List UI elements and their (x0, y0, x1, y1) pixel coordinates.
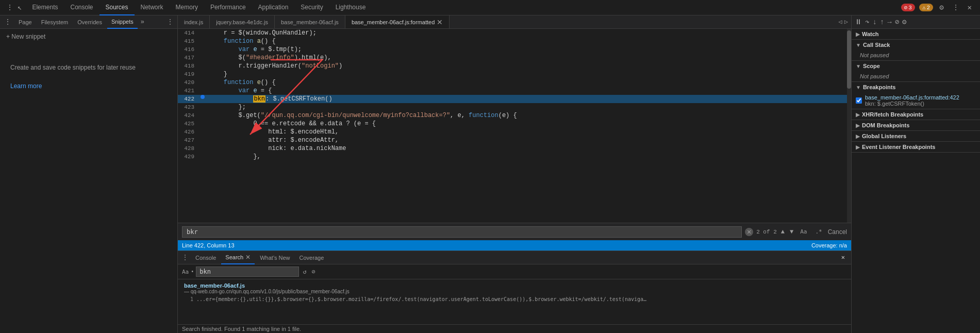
table-row: 418 r.triggerHandler("notLogin") (178, 62, 851, 70)
cursor-position: Line 422, Column 13 (182, 242, 235, 248)
code-editor[interactable]: 414 r = $(window.QunHandler); 415 functi… (178, 29, 851, 223)
sidebar-tabs: ⋮ Page Filesystem Overrides Snippets » ⋮ (0, 15, 177, 29)
tab-security[interactable]: Security (294, 0, 329, 15)
warning-badge[interactable]: ⚠ 2 (919, 4, 933, 11)
search-next-button[interactable]: ▼ (789, 228, 794, 236)
settings-icon[interactable]: ⚙ (937, 2, 945, 13)
bottom-tabs-more-icon[interactable]: ⋮ (180, 254, 190, 261)
event-listener-breakpoints-header[interactable]: ▶ Event Listener Breakpoints (852, 142, 980, 152)
file-tab-label-formatted: base_member-06acf.js:formatted (352, 19, 435, 25)
line-num: 418 (178, 62, 198, 70)
file-tab-close-formatted[interactable]: ✕ (437, 18, 443, 26)
tab-network[interactable]: Network (135, 0, 170, 15)
watch-header[interactable]: ▶ Watch (852, 29, 980, 39)
global-expand-icon: ▶ (856, 134, 860, 139)
list-item[interactable]: 1 ...er={member:{},util:{}},$.browser={}… (180, 295, 849, 303)
xhr-breakpoints-header[interactable]: ▶ XHR/fetch Breakpoints (852, 109, 980, 120)
search-clear-icon[interactable]: ✕ (745, 228, 753, 236)
bottom-tab-search[interactable]: Search ✕ (221, 251, 255, 264)
line-content: r = $(window.QunHandler); (207, 29, 851, 37)
scroll-thumb[interactable] (847, 30, 851, 89)
learn-more-link[interactable]: Learn more (10, 82, 42, 90)
coverage-status: Coverage: n/a (811, 242, 847, 248)
step-icon[interactable]: → (887, 18, 891, 26)
sidebar-item-snippets[interactable]: Snippets (107, 15, 138, 29)
step-out-icon[interactable]: ↑ (880, 18, 884, 26)
sidebar-actions: ⋮ (167, 18, 175, 26)
pause-icon[interactable]: ⏸ (855, 18, 862, 26)
bottom-tab-whatsnew[interactable]: What's New (256, 251, 294, 264)
breakpoint-code: bkn: $.getCSRFToken() (865, 101, 959, 107)
search-cancel-button[interactable]: Cancel (828, 228, 847, 236)
bottom-tab-coverage[interactable]: Coverage (295, 251, 328, 264)
file-tab-formatted[interactable]: base_member-06acf.js:formatted ✕ (345, 15, 450, 29)
sidebar-item-filesystem[interactable]: Filesystem (37, 15, 73, 29)
tab-lighthouse[interactable]: Lighthouse (329, 0, 372, 15)
call-stack-header[interactable]: ▼ Call Stack (852, 40, 980, 50)
search-stop-btn[interactable]: ⊘ (310, 268, 317, 276)
tab-sources[interactable]: Sources (99, 0, 135, 15)
bottom-tab-label-whatsnew: What's New (260, 255, 290, 261)
sidebar-action-icon[interactable]: ⋮ (167, 18, 173, 26)
search-refresh-btn[interactable]: ↺ (301, 268, 308, 276)
breakpoint-item: base_member-06acf.js:formatted:422 bkn: … (852, 92, 980, 109)
more-vert-icon[interactable]: ⋮ (950, 2, 961, 13)
close-devtools-icon[interactable]: ✕ (966, 2, 974, 13)
nav-right-icon[interactable]: ▷ (844, 18, 848, 26)
line-content: var e = { (207, 87, 851, 95)
tab-application[interactable]: Application (252, 0, 295, 15)
code-search-input[interactable] (182, 226, 742, 238)
nav-left-icon[interactable]: ◁ (839, 18, 842, 26)
error-icon: ⊘ (904, 4, 908, 11)
line-content: nick: e.data.nickName (207, 144, 851, 153)
tab-performance[interactable]: Performance (204, 0, 252, 15)
file-tab-index[interactable]: index.js (178, 15, 210, 29)
scrollbar[interactable] (847, 29, 851, 223)
tab-elements[interactable]: Elements (26, 0, 64, 15)
step-over-icon[interactable]: ↷ (865, 18, 869, 26)
xhr-expand-icon: ▶ (856, 112, 860, 118)
breakpoint-checkbox[interactable] (856, 97, 862, 104)
dom-breakpoints-header[interactable]: ▶ DOM Breakpoints (852, 120, 980, 130)
global-listeners-header[interactable]: ▶ Global Listeners (852, 131, 980, 141)
sidebar-item-page[interactable]: Page (14, 15, 36, 29)
scope-header[interactable]: ▼ Scope (852, 61, 980, 71)
deactivate-icon[interactable]: ⊘ (895, 18, 899, 26)
breakpoints-header[interactable]: ▼ Breakpoints (852, 82, 980, 92)
event-listener-breakpoints-label: Event Listener Breakpoints (862, 144, 935, 150)
search-tab-close[interactable]: ✕ (245, 254, 251, 261)
search-prev-button[interactable]: ▲ (780, 228, 786, 236)
file-tab-label-index: index.js (184, 19, 203, 25)
left-sidebar: ⋮ Page Filesystem Overrides Snippets » ⋮… (0, 15, 178, 333)
settings-debug-icon[interactable]: ⚙ (902, 18, 906, 26)
bottom-close-icon[interactable]: ✕ (841, 254, 849, 261)
sidebar-item-overrides[interactable]: Overrides (73, 15, 106, 29)
global-listeners-section: ▶ Global Listeners (852, 131, 980, 142)
search-bottom-input[interactable] (196, 267, 299, 277)
line-content: 0 == e.retcode && e.data ? (e = { (207, 120, 851, 128)
new-snippet-button[interactable]: + New snippet (0, 31, 177, 42)
error-badge[interactable]: ⊘ 3 (901, 4, 915, 11)
sidebar-more-icon[interactable]: ⋮ (2, 18, 13, 26)
tab-memory[interactable]: Memory (170, 0, 204, 15)
regex-button[interactable]: .* (812, 227, 824, 236)
file-tab-base[interactable]: base_member-06acf.js (275, 15, 345, 29)
line-num: 421 (178, 87, 198, 95)
match-case-button[interactable]: Aa (798, 227, 809, 236)
bottom-tab-label-coverage: Coverage (300, 255, 324, 261)
file-tab-jquery[interactable]: jquery.base-4e1dc.js (210, 15, 275, 29)
step-into-icon[interactable]: ↓ (872, 18, 876, 26)
bottom-tab-console[interactable]: Console (191, 251, 220, 264)
file-tab-label-jquery: jquery.base-4e1dc.js (216, 19, 268, 25)
watch-expand-icon: ▶ (856, 31, 860, 37)
line-num: 419 (178, 70, 198, 78)
tab-console[interactable]: Console (64, 0, 99, 15)
dom-expand-icon: ▶ (856, 123, 860, 128)
list-item[interactable]: base_member-06acf.js — qq-web.cdn-go.cn/… (180, 281, 849, 295)
file-tabs: index.js jquery.base-4e1dc.js base_membe… (178, 15, 851, 29)
code-lines: 414 r = $(window.QunHandler); 415 functi… (178, 29, 851, 161)
warning-icon: ⚠ (922, 4, 926, 11)
line-num: 425 (178, 120, 198, 128)
breakpoints-section: ▼ Breakpoints base_member-06acf.js:forma… (852, 82, 980, 109)
more-tabs-icon[interactable]: » (139, 19, 146, 26)
